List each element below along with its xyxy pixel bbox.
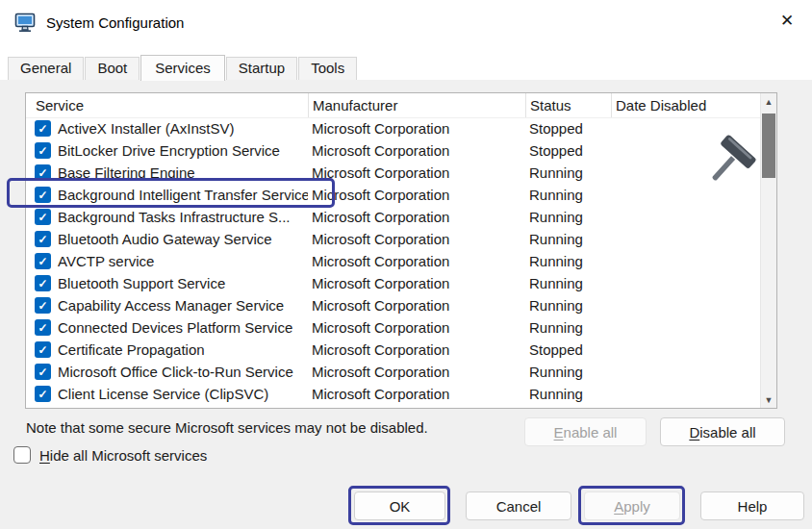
service-status: Running: [525, 209, 611, 225]
hide-services-checkbox[interactable]: [13, 446, 31, 464]
service-checkbox[interactable]: ✓: [35, 297, 51, 314]
table-row[interactable]: ✓ Capability Access Manager Service Micr…: [26, 294, 760, 316]
service-manufacturer: Microsoft Corporation: [308, 253, 525, 269]
system-configuration-window: System Configuration ✕ General Boot Serv…: [0, 0, 812, 529]
service-status: Running: [525, 386, 611, 402]
service-status: Running: [525, 164, 611, 181]
checkbox-check-icon: ✓: [38, 300, 47, 312]
table-row[interactable]: ✓ Bluetooth Audio Gateway Service Micros…: [26, 228, 760, 250]
table-row[interactable]: ✓ Background Intelligent Transfer Servic…: [26, 184, 760, 206]
service-checkbox[interactable]: ✓: [35, 187, 51, 203]
scrollbar-thumb[interactable]: [762, 113, 775, 178]
service-manufacturer: Microsoft Corporation: [308, 187, 525, 203]
service-manufacturer: Microsoft Corporation: [308, 231, 525, 247]
window-top-region: System Configuration ✕ General Boot Serv…: [0, 0, 812, 80]
service-name: ActiveX Installer (AxInstSV): [58, 120, 234, 137]
table-row[interactable]: ✓ Connected Devices Platform Service Mic…: [26, 316, 760, 339]
service-status: Stopped: [525, 341, 611, 358]
service-manufacturer: Microsoft Corporation: [308, 364, 525, 380]
table-row[interactable]: ✓ Base Filtering Engine Microsoft Corpor…: [26, 162, 760, 184]
service-manufacturer: Microsoft Corporation: [308, 209, 525, 225]
scroll-down-icon[interactable]: ▼: [761, 391, 776, 408]
service-checkbox[interactable]: ✓: [35, 120, 51, 137]
service-manufacturer: Microsoft Corporation: [308, 341, 525, 358]
service-status: Running: [525, 253, 611, 269]
service-checkbox[interactable]: ✓: [35, 231, 51, 247]
service-checkbox[interactable]: ✓: [35, 364, 51, 380]
help-button[interactable]: Help: [700, 491, 804, 520]
service-manufacturer: Microsoft Corporation: [308, 386, 525, 402]
tab-startup[interactable]: Startup: [226, 57, 297, 80]
checkbox-check-icon: ✓: [38, 389, 47, 400]
table-row[interactable]: ✓ Bluetooth Support Service Microsoft Co…: [26, 272, 760, 294]
note-text: Note that some secure Microsoft services…: [26, 419, 428, 436]
service-manufacturer: Microsoft Corporation: [308, 319, 525, 336]
column-header-date-disabled[interactable]: Date Disabled: [611, 93, 760, 117]
service-manufacturer: Microsoft Corporation: [308, 275, 525, 291]
service-checkbox[interactable]: ✓: [35, 253, 51, 269]
checkbox-check-icon: ✓: [38, 256, 47, 267]
service-name: Microsoft Office Click-to-Run Service: [58, 364, 293, 380]
service-checkbox[interactable]: ✓: [35, 341, 51, 358]
ok-button[interactable]: OK: [354, 491, 445, 520]
tab-general[interactable]: General: [8, 57, 84, 80]
service-checkbox[interactable]: ✓: [35, 164, 51, 181]
checkbox-check-icon: ✓: [38, 278, 47, 290]
service-checkbox[interactable]: ✓: [35, 319, 51, 336]
services-list-header: Service Manufacturer Status Date Disable…: [26, 93, 760, 118]
disable-all-button[interactable]: Disable all: [660, 417, 785, 446]
service-manufacturer: Microsoft Corporation: [308, 297, 525, 314]
service-name: Bluetooth Support Service: [58, 275, 225, 291]
table-row[interactable]: ✓ Microsoft Office Click-to-Run Service …: [26, 361, 760, 383]
service-name: Certificate Propagation: [58, 341, 205, 358]
tab-services[interactable]: Services: [140, 55, 225, 81]
services-list: Service Manufacturer Status Date Disable…: [25, 92, 777, 409]
cancel-button[interactable]: Cancel: [466, 491, 571, 520]
checkbox-check-icon: ✓: [38, 344, 47, 356]
service-checkbox[interactable]: ✓: [35, 275, 51, 291]
checkbox-check-icon: ✓: [38, 167, 47, 179]
table-row[interactable]: ✓ ActiveX Installer (AxInstSV) Microsoft…: [26, 117, 760, 139]
service-status: Running: [525, 364, 611, 380]
checkbox-check-icon: ✓: [38, 212, 47, 223]
service-status: Stopped: [525, 120, 611, 137]
enable-all-button[interactable]: Enable all: [524, 417, 647, 446]
service-checkbox[interactable]: ✓: [35, 142, 51, 159]
service-checkbox[interactable]: ✓: [35, 386, 51, 402]
tab-boot[interactable]: Boot: [85, 57, 140, 80]
scroll-up-icon[interactable]: ▲: [761, 93, 776, 110]
service-name: Capability Access Manager Service: [58, 297, 284, 314]
service-manufacturer: Microsoft Corporation: [308, 164, 525, 181]
apply-button[interactable]: Apply: [584, 491, 680, 520]
close-icon[interactable]: ✕: [766, 2, 808, 38]
column-header-service[interactable]: Service: [26, 93, 308, 117]
window-title: System Configuration: [46, 14, 184, 31]
column-header-status[interactable]: Status: [525, 93, 611, 117]
checkbox-check-icon: ✓: [38, 123, 47, 135]
service-name: BitLocker Drive Encryption Service: [58, 142, 280, 159]
checkbox-check-icon: ✓: [38, 366, 47, 378]
service-status: Stopped: [525, 142, 611, 159]
services-tab-page: Service Manufacturer Status Date Disable…: [0, 80, 812, 529]
tab-tools[interactable]: Tools: [298, 57, 357, 80]
column-header-manufacturer[interactable]: Manufacturer: [308, 93, 525, 117]
service-manufacturer: Microsoft Corporation: [308, 142, 525, 159]
hide-microsoft-services-checkbox-row[interactable]: Hide all Microsoft services: [13, 446, 207, 464]
table-row[interactable]: ✓ Certificate Propagation Microsoft Corp…: [26, 339, 760, 361]
service-status: Running: [525, 275, 611, 291]
table-row[interactable]: ✓ BitLocker Drive Encryption Service Mic…: [26, 139, 760, 162]
checkbox-check-icon: ✓: [38, 189, 47, 201]
service-manufacturer: Microsoft Corporation: [308, 120, 525, 137]
hide-services-label: Hide all Microsoft services: [39, 447, 207, 464]
service-name: AVCTP service: [58, 253, 154, 269]
service-checkbox[interactable]: ✓: [35, 209, 51, 225]
service-status: Running: [525, 231, 611, 247]
service-name: Base Filtering Engine: [58, 164, 195, 181]
table-row[interactable]: ✓ Background Tasks Infrastructure S... M…: [26, 206, 760, 228]
services-scrollbar[interactable]: ▲ ▼: [760, 93, 776, 408]
table-row[interactable]: ✓ Client License Service (ClipSVC) Micro…: [26, 383, 760, 405]
table-row[interactable]: ✓ AVCTP service Microsoft Corporation Ru…: [26, 250, 760, 272]
checkbox-check-icon: ✓: [38, 322, 47, 334]
checkbox-check-icon: ✓: [38, 234, 47, 245]
system-configuration-app-icon: [13, 11, 37, 34]
